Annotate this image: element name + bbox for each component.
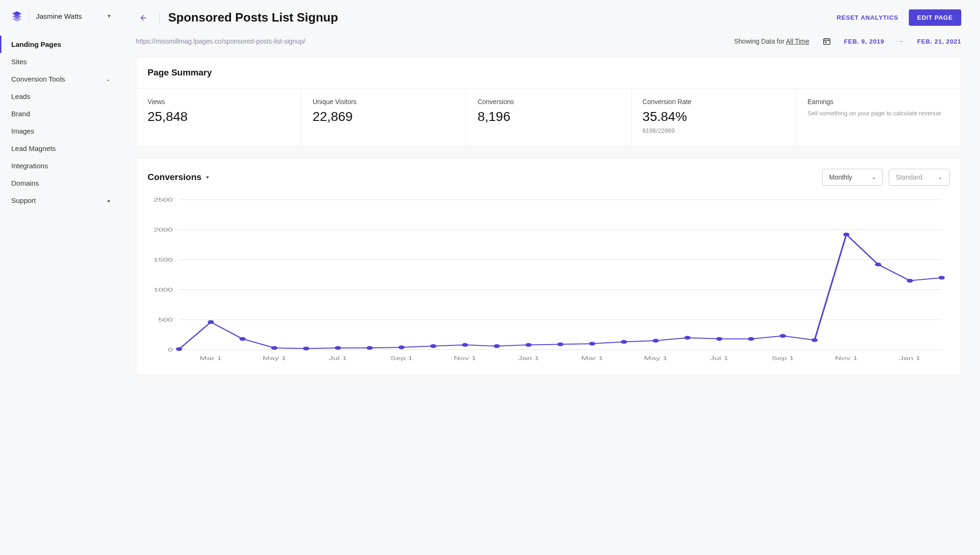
chevron-down-icon: ⌄ bbox=[106, 76, 111, 82]
svg-text:Jul 1: Jul 1 bbox=[710, 355, 728, 361]
svg-point-53 bbox=[939, 276, 945, 279]
svg-point-44 bbox=[653, 339, 659, 343]
summary-desc: Sell something on your page to calculate… bbox=[808, 109, 950, 118]
svg-point-47 bbox=[748, 337, 754, 341]
main-content: Sponsored Posts List Signup RESET ANALYT… bbox=[122, 0, 980, 555]
summary-cell-conversions: Conversions 8,196 bbox=[466, 89, 631, 146]
date-to[interactable]: FEB. 21, 2021 bbox=[917, 38, 961, 45]
svg-text:May 1: May 1 bbox=[644, 355, 668, 361]
svg-text:Sep 1: Sep 1 bbox=[390, 355, 413, 361]
interval-select[interactable]: Monthly ⌄ bbox=[822, 169, 883, 186]
brand-row: Jasmine Watts ▾ bbox=[0, 9, 122, 36]
svg-point-34 bbox=[335, 346, 341, 350]
sidebar-item-support[interactable]: Support▸ bbox=[0, 192, 122, 209]
date-range-link[interactable]: All Time bbox=[786, 38, 809, 45]
page-summary-card: Page Summary Views 25,848 Unique Visitor… bbox=[136, 57, 961, 147]
svg-point-38 bbox=[462, 343, 468, 347]
chart-header: Conversions ▾ Monthly ⌄ Standard ⌄ bbox=[136, 158, 961, 190]
chevron-right-icon: ▸ bbox=[108, 197, 111, 204]
sidebar-item-leads[interactable]: Leads bbox=[0, 88, 122, 105]
summary-value: 8,196 bbox=[477, 109, 619, 124]
summary-row: Views 25,848 Unique Visitors 22,869 Conv… bbox=[136, 88, 961, 146]
topbar-divider bbox=[159, 11, 160, 24]
chevron-down-icon: ⌄ bbox=[871, 174, 876, 180]
svg-rect-0 bbox=[824, 39, 830, 45]
svg-point-49 bbox=[811, 338, 817, 342]
select-value: Standard bbox=[896, 173, 922, 181]
reset-analytics-button[interactable]: RESET ANALYTICS bbox=[837, 14, 898, 21]
svg-text:500: 500 bbox=[158, 317, 173, 322]
chart-title: Conversions bbox=[148, 172, 201, 182]
svg-point-46 bbox=[716, 337, 722, 341]
chart-title-wrap[interactable]: Conversions ▾ bbox=[148, 172, 209, 182]
chart-area: 05001000150020002500Mar 1May 1Jul 1Sep 1… bbox=[136, 190, 961, 375]
sidebar-item-conversion-tools[interactable]: Conversion Tools⌄ bbox=[0, 70, 122, 88]
sidebar-item-sites[interactable]: Sites bbox=[0, 53, 122, 70]
sidebar-item-label: Leads bbox=[11, 92, 30, 100]
summary-cell-unique-visitors: Unique Visitors 22,869 bbox=[301, 89, 466, 146]
svg-text:Jan 1: Jan 1 bbox=[518, 355, 539, 361]
svg-point-41 bbox=[557, 342, 563, 346]
user-name: Jasmine Watts bbox=[36, 12, 82, 20]
summary-cell-earnings: Earnings Sell something on your page to … bbox=[796, 89, 961, 146]
svg-point-48 bbox=[780, 334, 786, 338]
summary-cell-views: Views 25,848 bbox=[136, 89, 301, 146]
sidebar-item-images[interactable]: Images bbox=[0, 122, 122, 140]
summary-label: Conversion Rate bbox=[643, 98, 785, 105]
summary-cell-conversion-rate: Conversion Rate 35.84% 8196/22869 bbox=[631, 89, 796, 146]
summary-value: 35.84% bbox=[643, 109, 785, 124]
summary-label: Views bbox=[148, 98, 290, 105]
chevron-down-icon: ▾ bbox=[206, 174, 209, 180]
summary-label: Conversions bbox=[477, 98, 619, 105]
logo-icon bbox=[11, 10, 22, 22]
user-menu-chevron-icon[interactable]: ▾ bbox=[108, 13, 111, 19]
svg-point-30 bbox=[208, 320, 214, 324]
page-url[interactable]: https://missmillmag.lpages.co/sponsored-… bbox=[136, 38, 305, 45]
page-summary-title: Page Summary bbox=[136, 57, 961, 88]
svg-point-50 bbox=[843, 232, 849, 236]
sidebar-item-label: Domains bbox=[11, 179, 39, 187]
svg-point-51 bbox=[875, 262, 881, 266]
svg-text:Sep 1: Sep 1 bbox=[772, 355, 794, 361]
topbar-left: Sponsored Posts List Signup bbox=[136, 10, 338, 25]
conversions-chart-card: Conversions ▾ Monthly ⌄ Standard ⌄ 05001… bbox=[136, 158, 961, 375]
sidebar-nav: Landing Pages Sites Conversion Tools⌄ Le… bbox=[0, 36, 122, 209]
svg-text:2000: 2000 bbox=[154, 227, 173, 232]
svg-point-45 bbox=[684, 336, 690, 339]
meta-right: Showing Data for All Time FEB. 9, 2019 →… bbox=[734, 37, 961, 45]
arrow-right-icon: → bbox=[898, 38, 904, 45]
sidebar-item-lead-magnets[interactable]: Lead Magnets bbox=[0, 140, 122, 157]
date-range-label: Showing Data for All Time bbox=[734, 38, 809, 45]
svg-point-31 bbox=[239, 337, 245, 341]
sidebar-item-domains[interactable]: Domains bbox=[0, 174, 122, 192]
topbar: Sponsored Posts List Signup RESET ANALYT… bbox=[136, 9, 961, 37]
svg-text:1500: 1500 bbox=[154, 257, 173, 262]
svg-point-33 bbox=[303, 346, 309, 350]
page-title: Sponsored Posts List Signup bbox=[168, 10, 338, 25]
sidebar-item-label: Lead Magnets bbox=[11, 144, 56, 152]
summary-label: Earnings bbox=[808, 98, 950, 105]
back-button[interactable] bbox=[136, 10, 151, 25]
conversions-line-chart: 05001000150020002500Mar 1May 1Jul 1Sep 1… bbox=[148, 195, 950, 364]
topbar-right: RESET ANALYTICS EDIT PAGE bbox=[837, 9, 961, 26]
sidebar-item-integrations[interactable]: Integrations bbox=[0, 157, 122, 174]
sidebar-item-label: Sites bbox=[11, 58, 27, 66]
edit-page-button[interactable]: EDIT PAGE bbox=[909, 9, 961, 26]
svg-text:May 1: May 1 bbox=[263, 355, 286, 361]
date-from[interactable]: FEB. 9, 2019 bbox=[844, 38, 884, 45]
svg-text:2500: 2500 bbox=[154, 197, 173, 202]
summary-label: Unique Visitors bbox=[312, 98, 454, 105]
brand-divider bbox=[29, 9, 30, 22]
summary-sub: 8196/22869 bbox=[643, 127, 785, 134]
calendar-icon[interactable] bbox=[823, 37, 831, 45]
sidebar-item-brand[interactable]: Brand bbox=[0, 105, 122, 122]
mode-select[interactable]: Standard ⌄ bbox=[889, 169, 950, 186]
svg-point-32 bbox=[271, 346, 277, 350]
svg-text:Mar 1: Mar 1 bbox=[581, 355, 603, 361]
svg-point-39 bbox=[494, 344, 500, 348]
svg-text:0: 0 bbox=[168, 347, 172, 352]
svg-text:1000: 1000 bbox=[154, 287, 173, 292]
select-value: Monthly bbox=[829, 173, 852, 181]
sidebar-item-landing-pages[interactable]: Landing Pages bbox=[0, 36, 122, 53]
summary-value: 22,869 bbox=[312, 109, 454, 124]
